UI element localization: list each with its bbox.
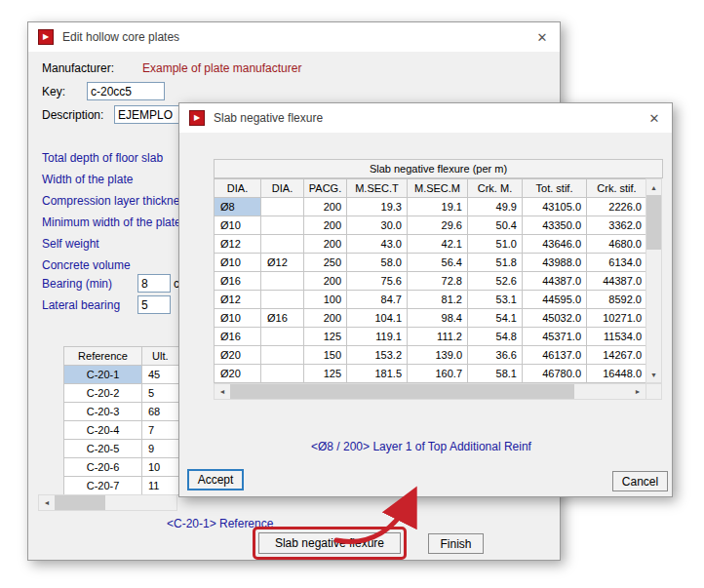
- cell[interactable]: 6134.0: [587, 254, 647, 272]
- bearing-min-field[interactable]: [137, 274, 171, 293]
- cell[interactable]: 19.3: [347, 198, 408, 216]
- cell[interactable]: 43350.0: [523, 216, 587, 235]
- cell[interactable]: 54.8: [468, 328, 523, 346]
- cell[interactable]: 29.6: [408, 216, 468, 235]
- close-icon[interactable]: ✕: [528, 24, 556, 50]
- cell[interactable]: [261, 365, 304, 383]
- cell[interactable]: [261, 272, 304, 291]
- cell[interactable]: 19.1: [408, 198, 468, 216]
- cell[interactable]: 181.5: [347, 365, 408, 383]
- cell[interactable]: C-20-7: [64, 477, 142, 495]
- cell[interactable]: C-20-4: [64, 421, 142, 440]
- cell[interactable]: 44387.0: [523, 272, 587, 291]
- cell[interactable]: C-20-6: [64, 458, 142, 477]
- cell[interactable]: 36.6: [468, 346, 523, 365]
- cell[interactable]: 125: [304, 365, 347, 383]
- table-row[interactable]: Ø20125181.5160.758.146780.016448.0: [215, 365, 647, 383]
- cell[interactable]: 43646.0: [523, 235, 587, 254]
- cell[interactable]: 44387.0: [587, 272, 647, 291]
- cell[interactable]: 43988.0: [523, 254, 587, 272]
- cell[interactable]: 111.2: [408, 328, 468, 346]
- lateral-bearing-field[interactable]: [137, 295, 171, 314]
- cell[interactable]: C-20-2: [64, 384, 142, 403]
- cell[interactable]: 49.9: [468, 198, 523, 216]
- cell[interactable]: Ø12: [215, 291, 261, 309]
- cell[interactable]: 45371.0: [523, 328, 587, 346]
- table-row[interactable]: Ø1020030.029.650.443350.03362.0: [215, 216, 647, 235]
- scroll-up-icon[interactable]: ▲: [646, 179, 661, 195]
- front-hscroll-thumb[interactable]: [230, 384, 574, 399]
- cell[interactable]: 84.7: [347, 291, 408, 309]
- table-row[interactable]: Ø10Ø16200104.198.454.145032.010271.0: [215, 309, 647, 328]
- cell[interactable]: 11534.0: [587, 328, 647, 346]
- cell[interactable]: C-20-1: [64, 366, 142, 384]
- cell[interactable]: Ø10: [215, 309, 261, 328]
- cell[interactable]: [261, 235, 304, 254]
- accept-button[interactable]: Accept: [187, 469, 244, 490]
- cell[interactable]: [261, 346, 304, 365]
- cell[interactable]: 160.7: [408, 365, 468, 383]
- cell[interactable]: 52.6: [468, 272, 523, 291]
- cell[interactable]: 2226.0: [587, 198, 647, 216]
- table-row[interactable]: Ø1220043.042.151.043646.04680.0: [215, 235, 647, 254]
- cell[interactable]: 43.0: [347, 235, 408, 254]
- back-hscroll-thumb[interactable]: [55, 495, 105, 510]
- back-hscroll-track[interactable]: [55, 495, 176, 510]
- cell[interactable]: Ø12: [215, 235, 261, 254]
- cell[interactable]: [261, 328, 304, 346]
- cell[interactable]: Ø10: [215, 216, 261, 235]
- cell[interactable]: 10271.0: [587, 309, 647, 328]
- cell[interactable]: [261, 198, 304, 216]
- cell[interactable]: Ø16: [215, 328, 261, 346]
- finish-button[interactable]: Finish: [428, 533, 484, 554]
- table-row[interactable]: Ø1620075.672.852.644387.044387.0: [215, 272, 647, 291]
- cell[interactable]: 200: [304, 198, 347, 216]
- cell[interactable]: 42.1: [408, 235, 468, 254]
- cell[interactable]: 58.1: [468, 365, 523, 383]
- scroll-right-icon[interactable]: ►: [630, 384, 645, 399]
- cell[interactable]: 58.0: [347, 254, 408, 272]
- cell[interactable]: 30.0: [347, 216, 408, 235]
- cell[interactable]: 54.1: [468, 309, 523, 328]
- cell[interactable]: 46780.0: [523, 365, 587, 383]
- table-row[interactable]: Ø1210084.781.253.144595.08592.0: [215, 291, 647, 309]
- cell[interactable]: 3362.0: [587, 216, 647, 235]
- scroll-left-icon[interactable]: ◄: [39, 495, 55, 510]
- vscroll-thumb[interactable]: [646, 195, 661, 250]
- front-horizontal-scrollbar[interactable]: ◄ ►: [214, 383, 646, 400]
- cell[interactable]: [261, 291, 304, 309]
- cell[interactable]: 16448.0: [587, 365, 647, 383]
- cell[interactable]: Ø8: [215, 198, 261, 216]
- cell[interactable]: 46137.0: [523, 346, 587, 365]
- table-row[interactable]: Ø10Ø1225058.056.451.843988.06134.0: [215, 254, 647, 272]
- cell[interactable]: 8592.0: [587, 291, 647, 309]
- vertical-scrollbar[interactable]: ▲ ▼: [645, 178, 662, 383]
- cell[interactable]: 50.4: [468, 216, 523, 235]
- table-row[interactable]: Ø820019.319.149.943105.02226.0: [215, 198, 647, 216]
- cell[interactable]: [261, 216, 304, 235]
- back-horizontal-scrollbar[interactable]: ◄: [38, 494, 177, 511]
- cell[interactable]: 72.8: [408, 272, 468, 291]
- slab-negative-flexure-button[interactable]: Slab negative flexure: [258, 532, 401, 554]
- cell[interactable]: 250: [304, 254, 347, 272]
- close-icon[interactable]: ✕: [641, 105, 668, 131]
- cell[interactable]: Ø10: [215, 254, 261, 272]
- vscroll-track[interactable]: [646, 195, 661, 367]
- cell[interactable]: Ø12: [261, 254, 304, 272]
- cell[interactable]: 200: [304, 216, 347, 235]
- cell[interactable]: C-20-3: [64, 403, 142, 421]
- cancel-button[interactable]: Cancel: [612, 471, 668, 491]
- cell[interactable]: 100: [304, 291, 347, 309]
- cell[interactable]: 51.8: [468, 254, 523, 272]
- scroll-down-icon[interactable]: ▼: [646, 367, 661, 382]
- scroll-left-icon[interactable]: ◄: [215, 384, 230, 399]
- cell[interactable]: Ø16: [215, 272, 261, 291]
- cell[interactable]: 51.0: [468, 235, 523, 254]
- cell[interactable]: 153.2: [347, 346, 408, 365]
- cell[interactable]: 4680.0: [587, 235, 647, 254]
- cell[interactable]: 14267.0: [587, 346, 647, 365]
- cell[interactable]: Ø20: [215, 365, 261, 383]
- cell[interactable]: Ø16: [261, 309, 304, 328]
- cell[interactable]: 104.1: [347, 309, 408, 328]
- front-hscroll-track[interactable]: [230, 384, 630, 399]
